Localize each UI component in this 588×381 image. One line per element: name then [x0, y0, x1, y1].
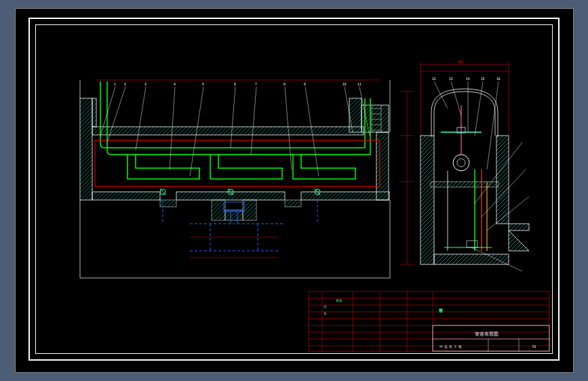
svg-text:12: 12 — [432, 77, 436, 81]
section-pipework — [441, 105, 492, 251]
svg-point-74 — [453, 155, 469, 171]
svg-rect-12 — [243, 200, 256, 220]
svg-rect-99 — [309, 292, 549, 351]
svg-line-86 — [451, 81, 461, 115]
svg-text:5: 5 — [202, 82, 204, 86]
svg-text:规格: 规格 — [336, 298, 342, 302]
svg-text:15: 15 — [481, 77, 485, 81]
svg-rect-0 — [80, 98, 92, 200]
svg-rect-11 — [212, 200, 225, 220]
svg-text:10: 10 — [342, 82, 347, 86]
svg-rect-84 — [467, 241, 477, 247]
drawing-number: 01 — [532, 344, 536, 348]
svg-text:4: 4 — [174, 82, 176, 86]
svg-line-43 — [231, 87, 235, 148]
svg-rect-5 — [92, 192, 160, 200]
svg-text:11: 11 — [357, 82, 361, 86]
svg-text:1: 1 — [114, 82, 116, 86]
svg-rect-4 — [92, 127, 364, 135]
svg-rect-8 — [376, 132, 389, 200]
svg-line-40 — [136, 87, 146, 151]
svg-rect-6 — [176, 192, 285, 200]
svg-line-44 — [251, 87, 256, 155]
title-block: 设 备 规格 管道布置 管道布置图 中石化工程 01 — [309, 292, 549, 351]
svg-text:2: 2 — [124, 82, 126, 86]
svg-text:3: 3 — [144, 82, 146, 86]
svg-rect-63 — [509, 224, 529, 230]
svg-rect-3 — [361, 105, 389, 132]
svg-rect-7 — [301, 192, 389, 200]
svg-rect-64 — [431, 182, 498, 187]
svg-text:8: 8 — [283, 82, 286, 86]
cad-drawing-canvas[interactable]: 1 2 3 4 5 6 7 8 9 10 11 — [0, 0, 588, 381]
callout-numbers: 1 2 3 4 5 6 7 8 9 10 11 — [114, 82, 361, 86]
section-view: 400 — [400, 60, 529, 271]
svg-rect-62 — [434, 254, 509, 264]
drain-lines — [163, 200, 317, 251]
drawing-title: 管道布置图 — [475, 332, 498, 336]
svg-rect-1 — [92, 98, 96, 127]
svg-text:16: 16 — [496, 77, 501, 81]
svg-text:13: 13 — [449, 77, 453, 81]
svg-rect-61 — [496, 136, 509, 224]
svg-text:7: 7 — [255, 82, 257, 86]
svg-text:9: 9 — [304, 82, 306, 86]
svg-point-75 — [457, 159, 465, 167]
svg-rect-60 — [420, 136, 434, 264]
svg-text:6: 6 — [234, 82, 236, 86]
svg-rect-10 — [285, 200, 301, 207]
project-name: 中石化工程 — [439, 344, 463, 348]
svg-text:14: 14 — [466, 77, 470, 81]
plan-view: 1 2 3 4 5 6 7 8 9 10 11 — [80, 80, 390, 278]
dim-width: 400 — [458, 60, 464, 64]
svg-line-85 — [434, 81, 448, 108]
